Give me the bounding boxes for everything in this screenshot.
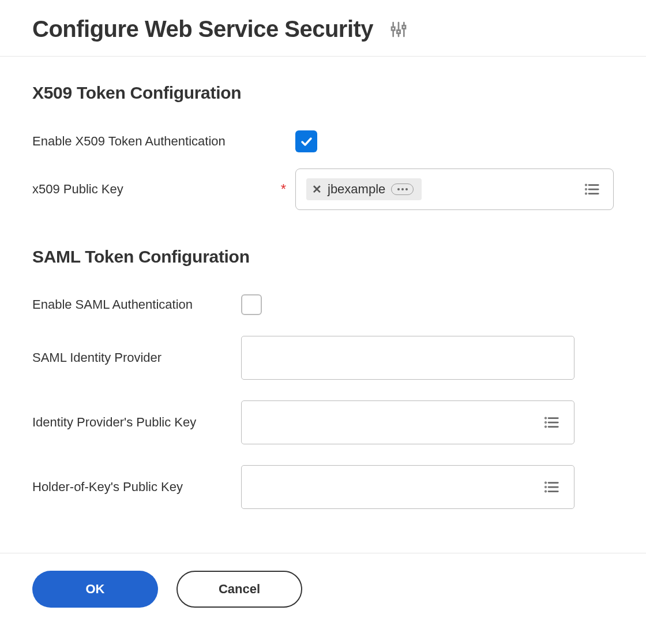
enable-saml-row: Enable SAML Authentication [32,294,614,315]
page-title: Configure Web Service Security [32,16,373,42]
svg-point-25 [545,491,546,492]
hok-public-key-input[interactable] [241,465,574,509]
x509-public-key-row: x509 Public Key * ✕ jbexample [32,169,614,210]
settings-sliders-icon[interactable] [389,20,408,39]
chip-remove-icon[interactable]: ✕ [312,184,322,195]
svg-point-15 [545,418,546,418]
svg-rect-8 [403,25,405,28]
svg-point-21 [545,482,546,483]
saml-section-title: SAML Token Configuration [32,247,614,267]
svg-point-9 [585,185,586,185]
list-picker-icon[interactable] [540,478,562,496]
idp-public-key-row: Identity Provider's Public Key [32,400,614,444]
enable-saml-label: Enable SAML Authentication [32,297,193,312]
x509-section-title: X509 Token Configuration [32,83,614,103]
cancel-button[interactable]: Cancel [176,571,302,608]
ok-button[interactable]: OK [32,571,158,608]
saml-idp-input[interactable] [241,336,574,380]
chip-more-icon[interactable] [391,184,414,195]
list-picker-icon[interactable] [581,181,603,198]
required-indicator-icon: * [281,181,286,197]
enable-x509-row: Enable X509 Token Authentication [32,130,614,152]
saml-idp-label: SAML Identity Provider [32,350,162,365]
svg-point-17 [545,422,546,422]
svg-point-19 [545,426,546,427]
chip-label: jbexample [328,182,385,197]
x509-public-key-input[interactable]: ✕ jbexample [295,169,614,210]
idp-public-key-label: Identity Provider's Public Key [32,415,196,430]
svg-rect-7 [397,30,400,33]
idp-public-key-input[interactable] [241,400,574,444]
content: X509 Token Configuration Enable X509 Tok… [0,57,646,553]
x509-public-key-chip: ✕ jbexample [306,178,422,200]
footer: OK Cancel [0,553,646,625]
x509-public-key-label: x509 Public Key [32,182,123,197]
saml-idp-row: SAML Identity Provider [32,336,614,380]
svg-rect-6 [392,27,395,30]
header: Configure Web Service Security [0,0,646,57]
enable-saml-checkbox[interactable] [241,294,262,315]
enable-x509-label: Enable X509 Token Authentication [32,134,226,149]
list-picker-icon[interactable] [540,414,562,431]
hok-public-key-row: Holder-of-Key's Public Key [32,465,614,509]
svg-point-11 [585,189,586,189]
enable-x509-checkbox[interactable] [295,130,317,152]
hok-public-key-label: Holder-of-Key's Public Key [32,480,183,495]
svg-point-23 [545,486,546,487]
svg-point-13 [585,193,586,194]
